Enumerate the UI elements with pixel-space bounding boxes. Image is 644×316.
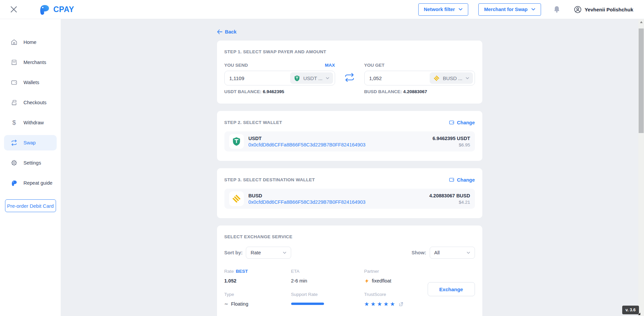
swap-direction-icon[interactable] bbox=[335, 73, 364, 94]
external-link-icon[interactable] bbox=[398, 302, 404, 307]
step3-change-button[interactable]: Change bbox=[449, 177, 475, 183]
repeat-guide-icon bbox=[10, 180, 18, 186]
step1-card: STEP 1. SELECT SWAP PAYER AND AMOUNT YOU… bbox=[217, 41, 482, 104]
step2-card: STEP 2. SELECT WALLET Change bbox=[217, 111, 482, 161]
back-label: Back bbox=[225, 29, 237, 35]
gear-icon bbox=[10, 160, 18, 166]
star-icon: ★ bbox=[371, 301, 376, 308]
type-value: Floating bbox=[231, 301, 249, 307]
sort-by-select[interactable]: Rate bbox=[246, 247, 291, 259]
sidebar-item-label: Wallets bbox=[23, 80, 39, 85]
destination-wallet-address[interactable]: 0x0cfdD8d6CFFa8B66F58C3d229B7B0FF8241649… bbox=[249, 199, 366, 205]
tilde-icon: ∼ bbox=[224, 301, 228, 307]
sidebar-item-home[interactable]: Home bbox=[4, 35, 57, 50]
wallet-change-icon bbox=[449, 120, 454, 125]
merchant-filter-label: Merchant for Swap bbox=[484, 7, 528, 12]
chevron-down-icon bbox=[467, 252, 470, 254]
sidebar-item-repeat-guide[interactable]: Repeat guide bbox=[4, 175, 57, 191]
checkout-icon bbox=[10, 99, 18, 106]
star-icon: ★ bbox=[377, 301, 382, 308]
busd-icon bbox=[433, 75, 440, 81]
star-icon: ★ bbox=[364, 301, 369, 308]
you-send-label: YOU SEND bbox=[224, 63, 248, 68]
sidebar: Home Merchants Wallets Checkouts $ Withd… bbox=[0, 19, 61, 316]
back-arrow-icon bbox=[217, 29, 222, 34]
chevron-down-icon bbox=[283, 252, 286, 254]
chevron-down-icon bbox=[459, 8, 463, 11]
eta-label: ETA bbox=[291, 269, 364, 274]
fixedfloat-icon bbox=[364, 278, 369, 283]
notifications-bell-icon[interactable] bbox=[553, 5, 560, 13]
get-token-select[interactable]: BUSD ... bbox=[430, 72, 473, 84]
scrollbar-thumb[interactable] bbox=[639, 28, 644, 133]
rate-value: 1.052 bbox=[224, 278, 291, 283]
sidebar-item-merchants[interactable]: Merchants bbox=[4, 55, 57, 70]
main-content: Back STEP 1. SELECT SWAP PAYER AND AMOUN… bbox=[61, 19, 638, 316]
change-label: Change bbox=[457, 177, 475, 183]
close-icon[interactable] bbox=[9, 5, 18, 14]
trustscore-label: TrustScore bbox=[364, 292, 421, 297]
vertical-scrollbar[interactable] bbox=[638, 19, 644, 316]
sidebar-item-label: Checkouts bbox=[23, 100, 47, 105]
sidebar-item-checkouts[interactable]: Checkouts bbox=[4, 95, 57, 110]
destination-wallet-row[interactable]: BUSD 0x0cfdD8d6CFFa8B66F58C3d229B7B0FF82… bbox=[224, 189, 475, 209]
max-button[interactable]: MAX bbox=[325, 63, 335, 68]
sidebar-item-swap[interactable]: Swap bbox=[4, 135, 57, 150]
usdt-icon bbox=[229, 134, 244, 149]
sidebar-item-wallets[interactable]: Wallets bbox=[4, 75, 57, 90]
network-filter-button[interactable]: Network filter bbox=[418, 3, 469, 16]
best-badge: BEST bbox=[236, 269, 248, 274]
version-badge: v. 3.6 bbox=[622, 306, 639, 314]
exchange-service-card: SELECT EXCHANGE SERVICE Sort by: Rate Sh… bbox=[217, 226, 482, 316]
send-balance-value: 6.9462395 bbox=[263, 89, 284, 94]
source-wallet-row[interactable]: USDT 0x0cfdD8d6CFFa8B66F58C3d229B7B0FF82… bbox=[224, 131, 475, 151]
send-amount-input[interactable] bbox=[225, 75, 290, 81]
get-amount-input[interactable] bbox=[365, 75, 430, 81]
get-token-label: BUSD ... bbox=[443, 75, 462, 81]
sidebar-item-settings[interactable]: Settings bbox=[4, 155, 57, 171]
partner-value[interactable]: fixedfloat bbox=[372, 278, 391, 283]
chevron-down-icon bbox=[326, 77, 329, 79]
show-label: Show: bbox=[412, 250, 426, 255]
chevron-down-icon bbox=[466, 77, 469, 79]
source-wallet-address[interactable]: 0x0cfdD8d6CFFa8B66F58C3d229B7B0FF8241649… bbox=[249, 142, 366, 147]
withdraw-icon: $ bbox=[10, 119, 18, 126]
exchange-button[interactable]: Exchange bbox=[428, 282, 475, 296]
wallet-icon bbox=[10, 79, 18, 86]
star-icon: ★ bbox=[390, 301, 395, 308]
chevron-down-icon bbox=[531, 8, 535, 11]
change-label: Change bbox=[457, 120, 475, 125]
cpay-logo[interactable]: CPAY bbox=[38, 3, 74, 15]
support-rate-label: Support Rate bbox=[291, 292, 364, 297]
send-balance-label: USDT BALANCE: bbox=[224, 89, 262, 94]
merchant-for-swap-button[interactable]: Merchant for Swap bbox=[478, 3, 541, 16]
support-rate-bar bbox=[291, 303, 324, 305]
step3-title: STEP 3. SELECT DESTINATION WALLET bbox=[224, 177, 315, 182]
sidebar-item-label: Settings bbox=[23, 160, 41, 166]
get-balance-value: 4.20883067 bbox=[403, 89, 427, 94]
scrollbar-up-arrow[interactable] bbox=[638, 19, 644, 25]
header: CPAY Network filter Merchant for Swap bbox=[0, 0, 644, 19]
step2-change-button[interactable]: Change bbox=[449, 120, 475, 125]
partner-label: Partner bbox=[364, 269, 421, 274]
eta-value: 2-6 min bbox=[291, 278, 364, 283]
source-wallet-name: USDT bbox=[249, 136, 366, 141]
rate-label: Rate bbox=[224, 269, 234, 274]
show-value: All bbox=[434, 250, 440, 255]
step2-title: STEP 2. SELECT WALLET bbox=[224, 120, 282, 125]
sidebar-item-withdraw[interactable]: $ Withdraw bbox=[4, 115, 57, 130]
merchants-icon bbox=[10, 59, 18, 66]
get-balance-label: BUSD BALANCE: bbox=[364, 89, 402, 94]
exchange-title: SELECT EXCHANGE SERVICE bbox=[224, 234, 475, 239]
usdt-icon bbox=[294, 75, 300, 81]
star-icon: ★ bbox=[383, 301, 388, 308]
send-amount-box: USDT ... bbox=[224, 71, 335, 85]
send-token-select[interactable]: USDT ... bbox=[290, 72, 333, 84]
you-get-label: YOU GET bbox=[364, 63, 385, 68]
back-link[interactable]: Back bbox=[217, 29, 240, 35]
preorder-debit-card-button[interactable]: Pre-order Debit Card bbox=[5, 199, 56, 212]
user-menu[interactable]: Yevhenii Polishchuk bbox=[574, 6, 633, 13]
destination-wallet-name: BUSD bbox=[249, 193, 366, 198]
sort-by-value: Rate bbox=[251, 250, 261, 255]
show-select[interactable]: All bbox=[430, 247, 475, 259]
